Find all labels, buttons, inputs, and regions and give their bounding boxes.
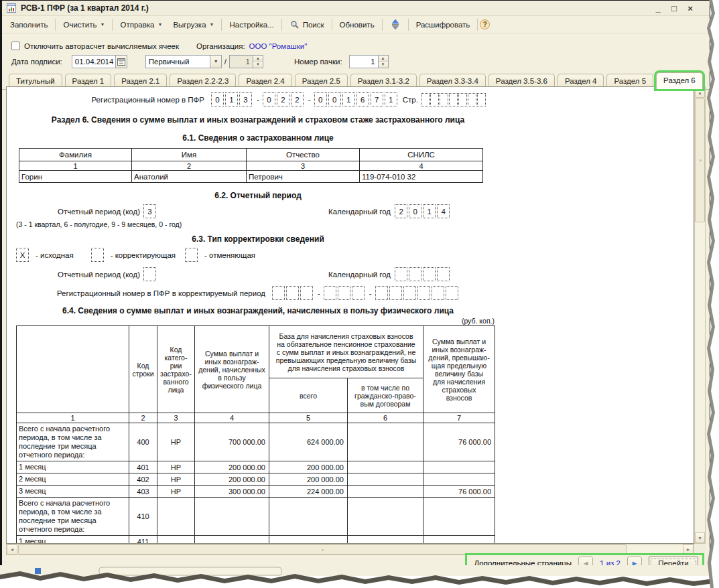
page-cell[interactable]: [421, 93, 430, 106]
category-cell[interactable]: НР: [157, 461, 195, 473]
year-cell[interactable]: 0: [409, 204, 421, 218]
year-cell[interactable]: 2: [395, 204, 407, 218]
category-cell[interactable]: НР: [157, 473, 195, 486]
refresh-button[interactable]: Обновить: [334, 18, 380, 31]
regnum-cell[interactable]: 7: [371, 92, 383, 106]
organization-link[interactable]: ООО "Ромашки": [249, 42, 308, 50]
doc-type-select[interactable]: Первичный: [145, 55, 210, 68]
amount-cell[interactable]: 224 000.00: [269, 486, 348, 498]
amount-cell[interactable]: [348, 473, 423, 486]
corr-regnum-cell[interactable]: [417, 286, 430, 300]
vertical-scrollbar[interactable]: ▲ ▼: [694, 86, 706, 544]
sign-date-input[interactable]: 01.04.2014: [72, 55, 116, 68]
corr-regnum-cell[interactable]: [432, 286, 444, 300]
amount-cell[interactable]: 700 000.00: [195, 423, 269, 461]
regnum-cell[interactable]: 6: [356, 92, 369, 106]
corr-year-cell[interactable]: [395, 267, 407, 281]
unload-button[interactable]: Выгрузка▼: [168, 18, 219, 31]
previous-page-button[interactable]: ◄: [578, 557, 593, 570]
corr-regnum-cell[interactable]: [375, 286, 388, 300]
corr-regnum-cell[interactable]: [389, 286, 402, 300]
snils-cell[interactable]: 119-074-010 32: [360, 171, 483, 183]
amount-cell[interactable]: [348, 486, 423, 498]
amount-cell[interactable]: [195, 536, 269, 544]
regnum-cell[interactable]: 1: [385, 92, 397, 106]
corr-regnum-cell[interactable]: [286, 286, 299, 300]
maximize-button[interactable]: □: [669, 3, 679, 13]
amount-cell[interactable]: 200 000.00: [195, 473, 269, 486]
category-cell[interactable]: [157, 498, 195, 536]
corr-cancelling-cell[interactable]: [185, 248, 198, 262]
amount-cell[interactable]: 200 000.00: [195, 461, 269, 473]
page-cell[interactable]: [468, 93, 476, 106]
send-button[interactable]: Отправка▼: [115, 18, 168, 31]
close-button[interactable]: ×: [685, 3, 695, 13]
amount-cell[interactable]: [195, 498, 269, 536]
pack-number-stepper[interactable]: ▲ ▼: [379, 55, 389, 68]
patronymic-cell[interactable]: Петрович: [247, 171, 360, 183]
regnum-cell[interactable]: 0: [328, 92, 341, 106]
category-cell[interactable]: НР: [157, 486, 195, 498]
autocalc-checkbox[interactable]: [11, 42, 20, 50]
page-cell[interactable]: [430, 93, 439, 106]
corr-regnum-cell[interactable]: [338, 286, 350, 300]
corr-regnum-cell[interactable]: [446, 286, 458, 300]
amount-cell[interactable]: [269, 498, 348, 536]
tab-razdel-6-active[interactable]: Раздел 6: [656, 72, 703, 89]
revision-stepper[interactable]: ▲ ▼: [253, 55, 263, 68]
help-icon[interactable]: ?: [480, 19, 490, 29]
regnum-cell[interactable]: 1: [225, 92, 238, 106]
go-button[interactable]: Перейти: [649, 557, 698, 571]
scroll-left-button[interactable]: ◄: [7, 544, 17, 555]
regnum-cell[interactable]: 0: [211, 92, 224, 106]
amount-cell[interactable]: 76 000.00: [423, 486, 495, 498]
name-cell[interactable]: Анатолий: [132, 171, 247, 183]
clear-button[interactable]: Очистить▼: [58, 18, 110, 31]
corr-year-cell[interactable]: [409, 267, 421, 281]
surname-cell[interactable]: Горин: [19, 171, 132, 183]
regnum-cell[interactable]: 3: [239, 92, 252, 106]
amount-cell[interactable]: [423, 473, 495, 486]
corr-year-cell[interactable]: [437, 267, 450, 281]
amount-cell[interactable]: 200 000.00: [269, 461, 348, 473]
corr-correcting-cell[interactable]: [91, 248, 104, 262]
regnum-cell[interactable]: 0: [314, 92, 327, 106]
amount-cell[interactable]: [348, 536, 423, 544]
corr-year-cell[interactable]: [423, 267, 436, 281]
fill-button[interactable]: Заполнить: [5, 18, 53, 31]
amount-cell[interactable]: [348, 461, 423, 473]
corr-regnum-cell[interactable]: [352, 286, 365, 300]
amount-cell[interactable]: [423, 536, 495, 544]
amount-cell[interactable]: 200 000.00: [269, 473, 348, 486]
corr-initial-cell[interactable]: X: [16, 248, 29, 262]
regnum-cell[interactable]: 2: [277, 92, 289, 106]
amount-cell[interactable]: 624 000.00: [269, 423, 348, 461]
category-cell[interactable]: [157, 536, 195, 544]
calendar-button[interactable]: [116, 55, 127, 68]
doc-type-dropdown-button[interactable]: ▼: [210, 55, 222, 68]
regnum-cell[interactable]: 1: [342, 92, 355, 106]
corr-regnum-cell[interactable]: [272, 286, 285, 300]
amount-cell[interactable]: 76 000.00: [423, 423, 495, 461]
corr-period-cell[interactable]: [143, 267, 156, 281]
page-cell[interactable]: [440, 93, 448, 106]
amount-cell[interactable]: 300 000.00: [195, 486, 269, 498]
sort-button[interactable]: [385, 17, 406, 33]
corr-regnum-cell[interactable]: [324, 286, 336, 300]
regnum-cell[interactable]: 2: [291, 92, 304, 106]
category-cell[interactable]: НР: [157, 423, 195, 461]
year-cell[interactable]: 1: [423, 204, 436, 218]
search-button[interactable]: Поиск: [284, 17, 330, 33]
vertical-scrollbar-thumb[interactable]: [695, 98, 705, 222]
regnum-cell[interactable]: 0: [263, 92, 275, 106]
page-cell[interactable]: [449, 93, 458, 106]
minimize-button[interactable]: _: [653, 3, 663, 13]
pack-number-input[interactable]: 1: [349, 55, 379, 68]
period-code-cell[interactable]: 3: [143, 204, 156, 218]
amount-cell[interactable]: [423, 461, 495, 473]
amount-cell[interactable]: [348, 423, 423, 461]
amount-cell[interactable]: [423, 498, 495, 536]
corr-regnum-cell[interactable]: [300, 286, 313, 300]
page-cell[interactable]: [458, 93, 467, 106]
next-page-button[interactable]: ►: [627, 557, 642, 570]
